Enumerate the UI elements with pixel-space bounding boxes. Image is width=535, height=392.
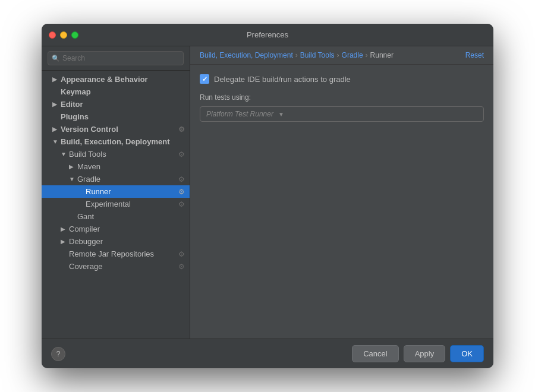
breadcrumb: Build, Execution, Deployment › Build Too… [190,46,493,65]
sidebar-item-runner[interactable]: Runner ⚙ [42,185,190,198]
sidebar-item-gradle[interactable]: ▼ Gradle ⚙ [42,173,190,185]
arrow-icon: ▶ [52,126,61,132]
ok-button[interactable]: OK [450,345,484,362]
sidebar-item-plugins[interactable]: Plugins [42,110,190,123]
sidebar-item-label: Debugger [69,237,103,246]
content-inner: Delegate IDE build/run actions to gradle… [190,65,493,339]
sidebar-item-label: Build Tools [69,150,106,159]
sidebar-item-experimental[interactable]: Experimental ⚙ [42,198,190,210]
sidebar-item-coverage[interactable]: Coverage ⚙ [42,260,190,273]
sidebar-item-label: Remote Jar Repositories [69,249,154,258]
delegate-checkbox[interactable] [200,74,209,84]
titlebar: Preferences [42,24,493,46]
search-bar: 🔍 [42,46,190,71]
breadcrumb-gradle[interactable]: Gradle [342,51,363,59]
sidebar-item-version-control[interactable]: ▶ Version Control ⚙ [42,123,190,135]
sidebar: 🔍 ▶ Appearance & Behavior Keymap ▶ [42,46,190,339]
main-body: 🔍 ▶ Appearance & Behavior Keymap ▶ [42,46,493,339]
delegate-checkbox-row: Delegate IDE build/run actions to gradle [200,74,484,84]
sidebar-item-appearance[interactable]: ▶ Appearance & Behavior [42,73,190,86]
cancel-button[interactable]: Cancel [352,345,398,362]
arrow-icon: ▼ [52,138,61,145]
arrow-icon: ▶ [61,226,69,232]
sidebar-item-label: Build, Execution, Deployment [61,137,169,146]
platform-test-runner-dropdown[interactable]: Platform Test Runner ▼ [200,106,484,122]
run-tests-label: Run tests using: [200,93,484,102]
gear-icon: ⚙ [178,188,185,196]
sidebar-item-debugger[interactable]: ▶ Debugger [42,235,190,248]
minimize-button[interactable] [60,31,67,39]
breadcrumb-build-tools[interactable]: Build Tools [300,51,335,59]
sidebar-tree: ▶ Appearance & Behavior Keymap ▶ Editor … [42,71,190,339]
sidebar-item-label: Runner [86,187,111,196]
sidebar-item-build-tools[interactable]: ▼ Build Tools ⚙ [42,148,190,160]
arrow-icon: ▶ [69,163,77,170]
arrow-icon: ▶ [52,101,61,108]
maximize-button[interactable] [71,31,78,39]
gear-icon: ⚙ [178,250,185,258]
sidebar-item-label: Version Control [61,125,118,134]
content-panel: Build, Execution, Deployment › Build Too… [190,46,493,339]
reset-button[interactable]: Reset [465,51,484,59]
help-button[interactable]: ? [51,347,65,361]
arrow-icon: ▼ [69,176,77,182]
breadcrumb-build-execution[interactable]: Build, Execution, Deployment [200,51,293,59]
gear-icon: ⚙ [178,175,185,184]
dropdown-arrow-icon: ▼ [278,111,284,118]
sidebar-item-label: Compiler [69,225,100,233]
gear-icon: ⚙ [178,263,185,271]
sidebar-item-label: Appearance & Behavior [61,75,148,84]
sidebar-item-build-execution[interactable]: ▼ Build, Execution, Deployment [42,135,190,148]
search-icon: 🔍 [52,55,60,62]
breadcrumb-sep-3: › [366,51,368,59]
breadcrumb-sep-2: › [337,51,339,59]
arrow-icon: ▼ [61,151,69,157]
sidebar-item-editor[interactable]: ▶ Editor [42,98,190,110]
sidebar-item-gant[interactable]: Gant [42,210,190,223]
arrow-icon: ▶ [52,76,61,83]
sidebar-item-label: Gradle [77,175,100,184]
delegate-checkbox-label: Delegate IDE build/run actions to gradle [214,75,351,84]
gear-icon: ⚙ [178,150,185,159]
dropdown-value: Platform Test Runner [206,110,273,118]
sidebar-item-remote-jar[interactable]: Remote Jar Repositories ⚙ [42,248,190,260]
search-input[interactable] [48,51,184,65]
apply-button[interactable]: Apply [404,345,446,362]
breadcrumb-sep-1: › [295,51,298,59]
sidebar-item-label: Gant [77,212,94,221]
sidebar-item-label: Experimental [86,200,131,208]
sidebar-item-maven[interactable]: ▶ Maven [42,160,190,173]
bottom-bar: ? Cancel Apply OK [42,339,493,368]
preferences-window: Preferences 🔍 ▶ Appearance & Behavior [42,24,493,368]
gear-icon: ⚙ [178,125,185,134]
sidebar-item-keymap[interactable]: Keymap [42,86,190,98]
arrow-icon: ▶ [61,238,69,245]
gear-icon: ⚙ [178,200,185,208]
sidebar-item-label: Editor [61,100,83,109]
traffic-lights [49,31,78,39]
search-wrapper: 🔍 [48,51,184,65]
sidebar-item-label: Maven [77,162,100,171]
sidebar-item-label: Keymap [61,87,91,96]
window-title: Preferences [247,30,288,39]
sidebar-item-label: Plugins [61,112,89,121]
sidebar-item-compiler[interactable]: ▶ Compiler [42,223,190,235]
sidebar-item-label: Coverage [69,262,102,271]
close-button[interactable] [49,31,56,39]
breadcrumb-runner: Runner [370,51,394,59]
